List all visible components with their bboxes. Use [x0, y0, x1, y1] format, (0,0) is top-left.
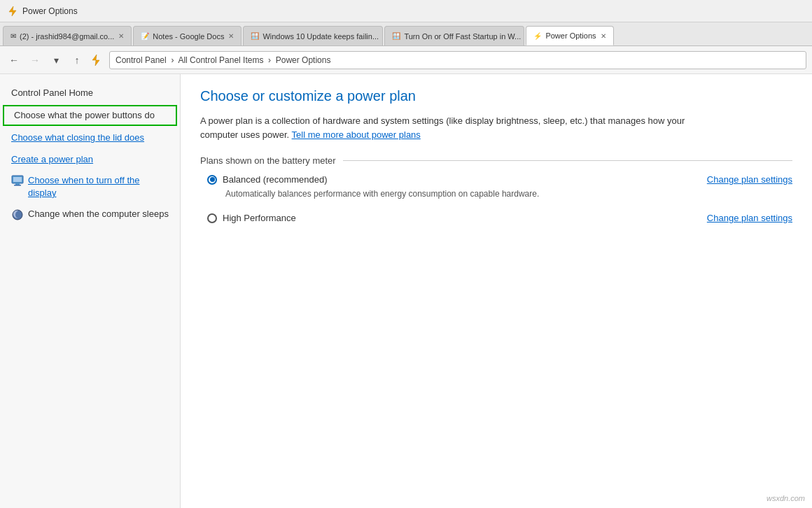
tab-favicon-gmail: ✉	[10, 32, 16, 40]
tab-label-docs: Notes - Google Docs	[153, 32, 224, 41]
dropdown-button[interactable]: ▾	[48, 52, 64, 69]
svg-rect-4	[15, 183, 20, 185]
title-bar: Power Options	[0, 0, 812, 22]
page-title: Choose or customize a power plan	[200, 88, 792, 104]
content-description: A power plan is a collection of hardware…	[200, 114, 704, 141]
change-plan-settings-high-performance[interactable]: Change plan settings	[707, 213, 792, 223]
tab-label-gmail: (2) - jrashid984@gmail.co...	[20, 32, 114, 41]
tab-close-docs[interactable]: ✕	[228, 32, 234, 40]
sidebar-label-turn-off-display: Choose when to turn off the display	[28, 174, 169, 199]
monitor-icon	[11, 175, 24, 190]
svg-marker-1	[92, 55, 99, 66]
sidebar-item-choose-power-buttons[interactable]: Choose what the power buttons do	[3, 105, 177, 126]
svg-rect-5	[14, 185, 21, 186]
tab-favicon-win-update: 🪟	[251, 32, 259, 40]
sidebar-item-choose-closing-lid[interactable]: Choose what closing the lid does	[0, 127, 180, 148]
watermark: wsxdn.com	[766, 494, 805, 502]
tab-favicon-fast-startup: 🪟	[392, 32, 400, 40]
plan-row-balanced: Balanced (recommended) Change plan setti…	[207, 174, 792, 185]
back-button[interactable]: ←	[6, 52, 22, 69]
favicon-area	[90, 54, 102, 66]
browser-tabs-bar: ✉ (2) - jrashid984@gmail.co... ✕ 📝 Notes…	[0, 22, 812, 46]
tab-close-gmail[interactable]: ✕	[118, 32, 124, 40]
sidebar-item-turn-off-display[interactable]: Choose when to turn off the display	[0, 170, 180, 204]
plan-item-high-performance: High Performance Change plan settings	[200, 213, 792, 223]
tab-win-update[interactable]: 🪟 Windows 10 Update keeps failin... ✕	[243, 26, 383, 45]
sidebar-label-computer-sleeps: Change when the computer sleeps	[28, 208, 169, 220]
sidebar-label-choose-power-buttons: Choose what the power buttons do	[14, 110, 155, 120]
plan-desc-balanced: Automatically balances performance with …	[207, 189, 792, 199]
svg-rect-3	[13, 177, 22, 182]
learn-more-link[interactable]: Tell me more about power plans	[292, 129, 421, 140]
plan-label-high-performance: High Performance	[207, 213, 296, 223]
radio-balanced[interactable]	[207, 175, 217, 185]
tab-label-fast-startup: Turn On or Off Fast Startup in W...	[404, 32, 521, 41]
tab-favicon-docs: 📝	[141, 32, 149, 40]
plan-item-balanced: Balanced (recommended) Change plan setti…	[200, 174, 792, 199]
tab-close-power-options[interactable]: ✕	[601, 32, 606, 40]
window-body: Control Panel Home Choose what the power…	[0, 74, 812, 508]
content-area: Choose or customize a power plan A power…	[181, 74, 812, 508]
up-button[interactable]: ↑	[69, 52, 85, 69]
plan-row-high-performance: High Performance Change plan settings	[207, 213, 792, 223]
section-header: Plans shown on the battery meter	[200, 155, 792, 166]
tab-fast-startup[interactable]: 🪟 Turn On or Off Fast Startup in W... ✕	[384, 26, 524, 45]
tab-label-power-options: Power Options	[545, 31, 596, 40]
sidebar-label-control-panel-home: Control Panel Home	[11, 87, 93, 98]
tab-label-win-update: Windows 10 Update keeps failin...	[262, 32, 379, 41]
address-input[interactable]	[109, 51, 806, 69]
radio-high-performance[interactable]	[207, 213, 217, 223]
change-plan-settings-balanced[interactable]: Change plan settings	[707, 174, 792, 185]
plan-label-balanced: Balanced (recommended)	[207, 174, 328, 185]
sidebar: Control Panel Home Choose what the power…	[0, 74, 181, 508]
sidebar-item-control-panel-home[interactable]: Control Panel Home	[0, 83, 180, 104]
tab-gmail[interactable]: ✉ (2) - jrashid984@gmail.co... ✕	[3, 26, 132, 45]
tab-docs[interactable]: 📝 Notes - Google Docs ✕	[133, 26, 241, 45]
sidebar-label-create-power-plan: Create a power plan	[11, 154, 93, 164]
forward-button[interactable]: →	[27, 52, 43, 69]
sidebar-item-create-power-plan[interactable]: Create a power plan	[0, 149, 180, 170]
tab-power-options[interactable]: ⚡ Power Options ✕	[526, 26, 613, 45]
tab-favicon-power-options: ⚡	[533, 32, 542, 40]
sleep-icon	[11, 209, 24, 225]
svg-marker-0	[9, 6, 16, 16]
app-icon	[7, 6, 18, 17]
window-title: Power Options	[22, 6, 78, 16]
sidebar-label-choose-closing-lid: Choose what closing the lid does	[11, 132, 144, 143]
sidebar-item-computer-sleeps[interactable]: Change when the computer sleeps	[0, 204, 180, 230]
address-bar: ← → ▾ ↑	[0, 46, 812, 74]
